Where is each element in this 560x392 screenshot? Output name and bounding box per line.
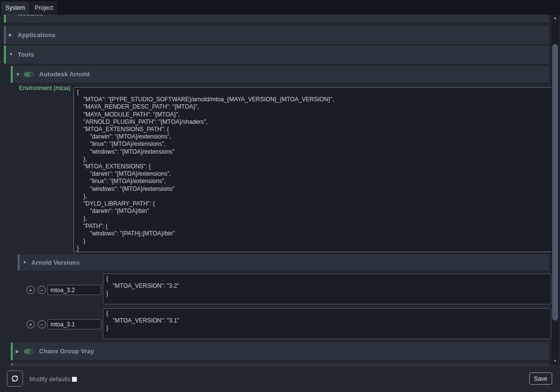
section-title-chaos-group-vray: Chaos Group Vray	[39, 348, 94, 355]
modify-defaults-checkbox[interactable]	[72, 377, 77, 382]
scroll-up-icon[interactable]: ▲	[551, 15, 559, 22]
remove-item-button[interactable]: −	[38, 286, 46, 294]
chevron-down-icon: ▼	[9, 52, 14, 57]
chevron-down-icon: ▼	[16, 72, 21, 77]
refresh-icon	[11, 374, 19, 383]
tab-bar: System Project	[0, 0, 560, 15]
tab-system[interactable]: System	[1, 1, 29, 15]
section-header-tools[interactable]: ▼ Tools	[4, 46, 549, 64]
chevron-right-icon: ▶	[9, 15, 14, 16]
arnold-enabled-toggle[interactable]	[24, 72, 34, 77]
footer-bar: Modify defaults Save	[0, 366, 560, 392]
remove-item-button[interactable]: −	[38, 320, 46, 328]
add-item-button[interactable]: +	[26, 320, 35, 328]
vertical-scrollbar[interactable]: ▲ ▼	[551, 15, 559, 366]
environment-mtoa-label: Environment (mtoa)	[4, 85, 70, 92]
chevron-right-icon: ▶	[9, 33, 14, 37]
tab-project[interactable]: Project	[30, 1, 57, 15]
chevron-right-icon: ▶	[16, 349, 21, 354]
vray-enabled-toggle[interactable]	[24, 349, 34, 354]
toggle-knob	[29, 72, 34, 77]
refresh-button[interactable]	[7, 370, 23, 387]
add-item-button[interactable]: +	[26, 286, 35, 294]
section-header-autodesk-arnold[interactable]: ▼ Autodesk Arnold	[11, 66, 549, 83]
version-json-editor[interactable]: { "MTOA_VERSION": "3.2" }	[103, 274, 551, 304]
environment-json-editor[interactable]: { "MTOA": "{PYPE_STUDIO_SOFTWARE}/arnold…	[73, 87, 552, 252]
version-json-editor[interactable]: { "MTOA_VERSION": "3.1" }	[103, 308, 551, 339]
version-name-input[interactable]	[47, 285, 101, 295]
chevron-down-icon: ▼	[23, 260, 27, 265]
section-header-modules[interactable]: ▶ Modules	[4, 15, 549, 23]
scrollbar-thumb[interactable]	[552, 44, 558, 321]
section-title-applications: Applications	[18, 32, 55, 39]
section-title-arnold-versions: Arnold Versions	[31, 259, 80, 266]
modify-defaults-label: Modify defaults	[29, 366, 70, 392]
settings-scroll-area: ▶ Modules ▶ Applications ▼ Tools ▼ Autod…	[0, 15, 560, 366]
scroll-down-icon[interactable]: ▼	[551, 358, 559, 365]
toggle-knob	[29, 349, 34, 354]
section-title-modules: Modules	[18, 15, 43, 17]
section-header-chaos-group-vray[interactable]: ▶ Chaos Group Vray	[11, 343, 549, 360]
section-modules-clip: ▶ Modules	[4, 15, 549, 23]
section-title-tools: Tools	[18, 51, 34, 58]
version-name-input[interactable]	[47, 319, 101, 329]
section-header-arnold-versions[interactable]: ▼ Arnold Versions	[18, 254, 549, 271]
save-button[interactable]: Save	[529, 372, 552, 385]
section-title-autodesk-arnold: Autodesk Arnold	[39, 71, 90, 78]
settings-window: System Project ▶ Modules ▶ Applications …	[0, 0, 560, 392]
section-header-applications[interactable]: ▶ Applications	[4, 26, 549, 44]
